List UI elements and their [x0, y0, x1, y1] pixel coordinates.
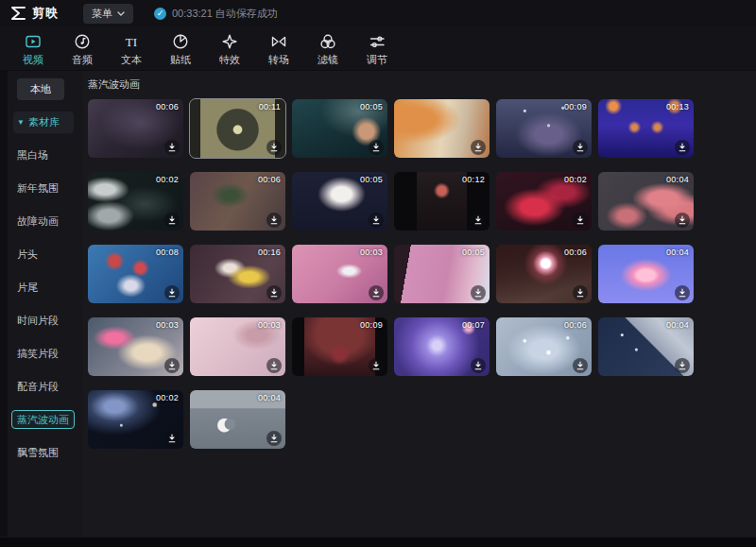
download-icon[interactable]	[164, 285, 180, 300]
video-card[interactable]: 00:12	[394, 172, 490, 231]
tab-effects[interactable]: 特效	[206, 30, 253, 67]
sidebar-category[interactable]: 新年氛围	[17, 172, 83, 205]
video-card[interactable]: 00:05	[292, 99, 387, 158]
download-arrow-icon	[473, 215, 483, 225]
download-arrow-icon	[678, 215, 687, 225]
tab-text[interactable]: TI 文本	[108, 30, 155, 67]
video-duration: 00:06	[564, 320, 587, 330]
video-card[interactable]: 00:03	[292, 245, 387, 303]
download-icon[interactable]	[369, 140, 384, 155]
tab-adjust[interactable]: 调节	[353, 30, 401, 67]
video-card[interactable]: 00:04	[190, 390, 285, 449]
video-card[interactable]: 00:02	[88, 172, 183, 231]
download-icon[interactable]	[675, 140, 690, 155]
video-card[interactable]: 00:06	[88, 99, 183, 158]
autosave-text: 00:33:21 自动保存成功	[172, 7, 278, 21]
video-card[interactable]: 00:06	[496, 245, 592, 303]
download-icon[interactable]	[471, 140, 486, 155]
download-icon[interactable]	[164, 140, 180, 155]
video-grid: 00:0600:1100:0500:0900:1300:0200:0600:05…	[88, 99, 756, 449]
video-card[interactable]: 00:13	[598, 99, 694, 158]
library-label: 素材库	[28, 115, 60, 129]
tab-transition[interactable]: 转场	[255, 30, 302, 67]
download-icon[interactable]	[675, 213, 690, 228]
sidebar-category[interactable]: 黑白场	[17, 139, 83, 172]
video-card[interactable]: 00:09	[292, 317, 387, 376]
video-card[interactable]: 00:11	[190, 99, 285, 158]
download-icon[interactable]	[573, 358, 588, 373]
video-card[interactable]: 00:07	[394, 317, 490, 376]
video-duration: 00:12	[462, 175, 485, 184]
video-card[interactable]: 00:06	[190, 172, 285, 231]
tab-filter[interactable]: 滤镜	[304, 30, 352, 67]
video-card[interactable]: 00:03	[88, 317, 183, 376]
video-card[interactable]	[394, 99, 490, 158]
video-card[interactable]: 00:16	[190, 245, 285, 303]
download-icon[interactable]	[471, 285, 486, 300]
download-arrow-icon	[576, 143, 585, 152]
download-arrow-icon	[371, 288, 381, 298]
tab-sticker[interactable]: 贴纸	[157, 30, 204, 67]
download-icon[interactable]	[369, 285, 384, 300]
download-arrow-icon	[167, 434, 177, 443]
download-icon[interactable]	[164, 358, 180, 373]
tab-effects-label: 特效	[219, 53, 240, 67]
download-arrow-icon	[678, 361, 687, 370]
video-card[interactable]: 00:04	[598, 245, 694, 303]
sidebar-item-library[interactable]: ▼ 素材库	[13, 111, 74, 133]
video-card[interactable]: 00:06	[496, 317, 592, 376]
section-title: 蒸汽波动画	[88, 77, 756, 92]
download-icon[interactable]	[266, 285, 282, 300]
download-icon[interactable]	[573, 140, 588, 155]
video-card[interactable]: 00:02	[88, 390, 183, 449]
download-arrow-icon	[576, 215, 585, 225]
download-icon[interactable]	[164, 431, 180, 446]
download-icon[interactable]	[266, 213, 282, 228]
video-card[interactable]: 00:03	[190, 317, 285, 376]
video-card[interactable]: 00:02	[496, 172, 592, 231]
download-icon[interactable]	[369, 358, 384, 373]
download-icon[interactable]	[675, 285, 690, 300]
download-arrow-icon	[167, 143, 177, 152]
sidebar-category-label: 黑白场	[17, 149, 48, 161]
video-duration: 00:06	[258, 175, 281, 184]
tab-audio[interactable]: 音频	[59, 30, 106, 67]
download-icon[interactable]	[573, 285, 588, 300]
app-logo: 剪映	[9, 5, 59, 22]
download-icon[interactable]	[266, 358, 282, 373]
video-card[interactable]: 00:05	[394, 245, 490, 303]
capcut-logo-icon	[9, 7, 26, 20]
download-icon[interactable]	[573, 213, 588, 228]
download-icon[interactable]	[471, 213, 486, 228]
download-arrow-icon	[167, 215, 177, 225]
download-arrow-icon	[473, 143, 483, 152]
sidebar-category[interactable]: 片尾	[17, 271, 83, 304]
sidebar-category[interactable]: 配音片段	[17, 370, 83, 403]
video-card[interactable]: 00:04	[598, 172, 694, 231]
download-icon[interactable]	[471, 358, 486, 373]
tab-video[interactable]: 视频	[9, 30, 57, 67]
sidebar-item-local[interactable]: 本地	[17, 78, 64, 100]
download-icon[interactable]	[266, 431, 282, 446]
sidebar-category[interactable]: 蒸汽波动画	[17, 403, 83, 436]
sidebar-category[interactable]: 时间片段	[17, 304, 83, 337]
sidebar-category[interactable]: 片头	[17, 238, 83, 271]
download-icon[interactable]	[164, 213, 180, 228]
video-card[interactable]: 00:05	[292, 172, 387, 231]
sidebar-category-label: 蒸汽波动画	[11, 410, 75, 429]
video-card[interactable]: 00:04	[598, 317, 694, 376]
video-duration: 00:08	[156, 248, 179, 257]
video-card[interactable]: 00:09	[496, 99, 592, 158]
menu-button[interactable]: 菜单	[83, 4, 133, 24]
download-icon[interactable]	[675, 358, 690, 373]
video-card[interactable]: 00:08	[88, 245, 183, 303]
sidebar-category[interactable]: 搞笑片段	[17, 337, 83, 370]
sidebar-category[interactable]: 飘雪氛围	[17, 436, 83, 470]
sidebar-category-label: 故障动画	[17, 215, 59, 227]
download-icon[interactable]	[369, 213, 384, 228]
sidebar-category-label: 配音片段	[17, 381, 59, 392]
video-duration: 00:02	[564, 175, 587, 184]
sidebar-category[interactable]: 故障动画	[17, 205, 83, 238]
download-icon[interactable]	[266, 140, 282, 155]
transition-icon	[269, 32, 288, 51]
